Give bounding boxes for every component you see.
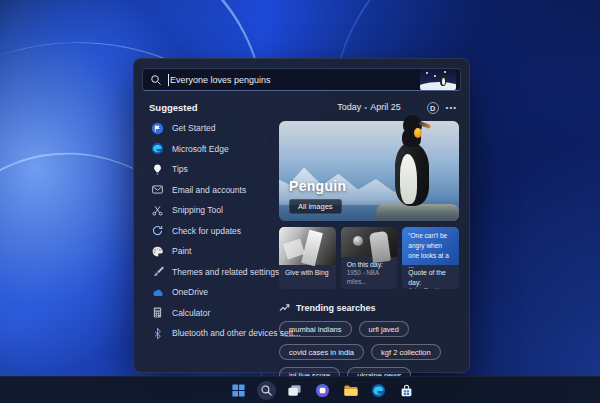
updates-icon — [151, 224, 164, 237]
penguin-body — [395, 142, 429, 206]
windows-start-button[interactable] — [229, 381, 248, 400]
suggested-list: Get Started Microsoft Edge Tips — [147, 118, 274, 344]
suggested-section: Suggested Get Started Microsoft Edge — [134, 100, 274, 372]
penguin-doodle — [420, 69, 456, 90]
trending-pill[interactable]: urfi javed — [359, 321, 409, 337]
card-subtitle: 1950 - NBA miles... — [347, 269, 392, 287]
trending-searches-section: Trending searches mumbai indians urfi ja… — [279, 302, 459, 383]
all-images-button[interactable]: All images — [289, 199, 342, 214]
tips-icon — [151, 163, 164, 176]
date-label: April 25 — [370, 102, 401, 112]
trending-title: Trending searches — [296, 303, 376, 313]
store-button[interactable] — [397, 381, 416, 400]
daily-content-section: Today•April 25 D ••• — [274, 100, 469, 372]
calculator-icon — [151, 306, 164, 319]
suggested-item-snipping-tool[interactable]: Snipping Tool — [147, 200, 274, 221]
star-icon — [434, 75, 436, 77]
daily-cards-row: Give with Bing On this day: 1950 - NBA m… — [279, 227, 459, 289]
email-icon — [151, 183, 164, 196]
suggested-item-calculator[interactable]: Calculator — [147, 303, 274, 324]
text-caret — [168, 74, 169, 86]
quote-text: “One can't be angry when one looks at a … — [402, 227, 459, 265]
suggested-item-label: Microsoft Edge — [172, 144, 229, 154]
suggested-item-get-started[interactable]: Get Started — [147, 118, 274, 139]
trending-pill[interactable]: covid cases in india — [279, 344, 364, 360]
card-caption: Give with Bing — [285, 268, 330, 278]
hero-image-card[interactable]: Penguin All images — [279, 121, 459, 221]
search-home-panel: Suggested Get Started Microsoft Edge — [133, 58, 470, 373]
trending-pills: mumbai indians urfi javed covid cases in… — [279, 321, 459, 383]
file-explorer-button[interactable] — [341, 381, 360, 400]
suggested-item-microsoft-edge[interactable]: Microsoft Edge — [147, 139, 274, 160]
star-icon — [426, 72, 428, 74]
trending-arrow-icon — [279, 302, 290, 313]
card-give-with-bing[interactable]: Give with Bing — [279, 227, 336, 289]
search-bar[interactable] — [142, 68, 461, 91]
suggested-item-onedrive[interactable]: OneDrive — [147, 282, 274, 303]
file-explorer-icon — [343, 383, 358, 398]
edge-icon — [371, 383, 386, 398]
suggested-item-email-accounts[interactable]: Email and accounts — [147, 180, 274, 201]
suggested-item-themes[interactable]: Themes and related settings — [147, 262, 274, 283]
give-with-bing-photo — [279, 227, 336, 265]
card-on-this-day[interactable]: On this day: 1950 - NBA miles... — [341, 227, 398, 289]
suggested-item-label: Snipping Tool — [172, 205, 223, 215]
themes-icon — [151, 265, 164, 278]
rock — [375, 204, 459, 221]
penguin-patch — [414, 128, 422, 138]
search-icon — [150, 74, 162, 86]
task-view-icon — [287, 383, 302, 398]
rewards-badge[interactable]: D — [427, 102, 439, 114]
suggested-item-label: Check for updates — [172, 226, 241, 236]
search-input[interactable] — [170, 75, 420, 85]
penguin-belly — [400, 154, 417, 204]
card-quote-of-the-day[interactable]: “One can't be angry when one looks at a … — [402, 227, 459, 289]
edge-button[interactable] — [369, 381, 388, 400]
task-view-button[interactable] — [285, 381, 304, 400]
suggested-item-label: Tips — [172, 164, 188, 174]
penguin-illustration — [392, 115, 432, 206]
trending-pill[interactable]: kgf 2 collection — [371, 344, 441, 360]
date-separator: • — [364, 103, 367, 112]
suggested-item-bluetooth-devices[interactable]: Bluetooth and other devices sett... — [147, 323, 274, 344]
taskbar-search-button[interactable] — [257, 381, 276, 400]
hero-title: Penguin — [289, 178, 346, 194]
windows-logo-icon — [231, 383, 246, 398]
store-icon — [399, 383, 414, 398]
search-icon — [260, 384, 273, 397]
trending-pill[interactable]: mumbai indians — [279, 321, 352, 337]
desktop: Suggested Get Started Microsoft Edge — [0, 0, 600, 403]
suggested-title: Suggested — [149, 102, 274, 113]
get-started-icon — [151, 122, 164, 135]
card-title: Quote of the day: — [408, 268, 453, 287]
suggested-item-label: OneDrive — [172, 287, 208, 297]
suggested-item-label: Email and accounts — [172, 185, 246, 195]
snipping-tool-icon — [151, 204, 164, 217]
more-options-icon[interactable]: ••• — [446, 102, 457, 114]
card-subtitle: John Ruskin — [408, 287, 453, 289]
suggested-item-label: Themes and related settings — [172, 267, 279, 277]
widgets-icon — [315, 383, 330, 398]
bluetooth-icon — [151, 327, 164, 340]
suggested-item-label: Calculator — [172, 308, 210, 318]
suggested-item-paint[interactable]: Paint — [147, 241, 274, 262]
on-this-day-photo — [341, 227, 398, 257]
suggested-item-check-updates[interactable]: Check for updates — [147, 221, 274, 242]
star-icon — [444, 71, 446, 73]
panel-body: Suggested Get Started Microsoft Edge — [134, 100, 469, 372]
today-label: Today — [337, 102, 361, 112]
snow-mound — [420, 82, 456, 90]
widgets-button[interactable] — [313, 381, 332, 400]
suggested-item-tips[interactable]: Tips — [147, 159, 274, 180]
mini-penguin-icon — [440, 75, 446, 86]
suggested-item-label: Paint — [172, 246, 191, 256]
suggested-item-label: Get Started — [172, 123, 215, 133]
paint-icon — [151, 245, 164, 258]
onedrive-icon — [151, 286, 164, 299]
taskbar — [0, 376, 600, 403]
edge-icon — [151, 142, 164, 155]
